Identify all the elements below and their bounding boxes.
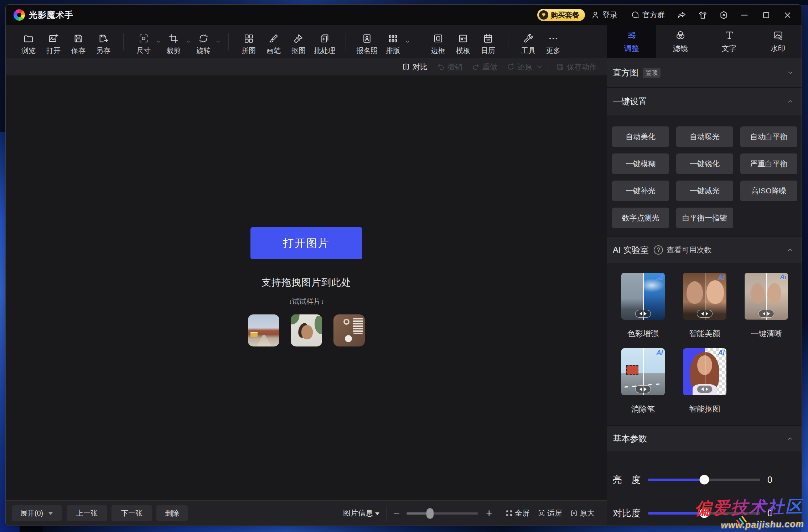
ai-lab-header[interactable]: AI 实验室 ? 查看可用次数 bbox=[607, 237, 802, 263]
bottom-bar: 展开(0) 上一张 下一张 删除 图片信息 − + 全屏 适屏 原大 bbox=[6, 500, 607, 526]
zoom-out-button[interactable]: − bbox=[393, 501, 400, 526]
app-logo-icon bbox=[14, 9, 25, 21]
quick-button[interactable]: 高ISO降噪 bbox=[740, 181, 797, 201]
toolbar-crop[interactable]: 裁剪 bbox=[161, 28, 186, 56]
quick-button[interactable]: 一键模糊 bbox=[612, 153, 669, 174]
toolbar-batch[interactable]: 批处理 bbox=[311, 28, 338, 56]
previous-image-button[interactable]: 上一张 bbox=[67, 505, 107, 521]
quick-button[interactable]: 一键减光 bbox=[676, 181, 733, 201]
chevron-down-icon[interactable] bbox=[155, 39, 161, 45]
close-button[interactable] bbox=[783, 10, 792, 20]
toolbar-tools[interactable]: 工具 bbox=[516, 28, 541, 56]
tab-adjust[interactable]: 调整 bbox=[607, 25, 656, 58]
app-window: 光影魔术手 购买套餐 登录 官方群 浏览 bbox=[5, 4, 802, 526]
restore-button[interactable]: 还原 bbox=[507, 62, 544, 72]
image-info-button[interactable]: 图片信息 bbox=[343, 501, 379, 526]
quick-button[interactable]: 数字点测光 bbox=[612, 208, 669, 228]
chevron-down-icon[interactable] bbox=[405, 39, 410, 45]
toolbar-template[interactable]: 模板 bbox=[451, 28, 476, 56]
sample-image-desert[interactable] bbox=[248, 314, 279, 346]
toolbar-calendar[interactable]: 日历 bbox=[476, 28, 501, 56]
save-action-button[interactable]: 保存动作 bbox=[556, 62, 597, 72]
ai-color-enhance[interactable]: Ai 色彩增强 bbox=[612, 273, 674, 339]
basic-params-header[interactable]: 基本参数 bbox=[607, 426, 802, 452]
tab-watermark[interactable]: 水印 bbox=[753, 25, 802, 58]
toolbar-border[interactable]: 边框 bbox=[426, 28, 451, 56]
watermark-icon bbox=[773, 30, 783, 41]
original-size-button[interactable]: 原大 bbox=[570, 508, 595, 518]
minimize-button[interactable] bbox=[740, 10, 749, 20]
histogram-section-header[interactable]: 直方图 置顶 bbox=[607, 58, 802, 87]
fullscreen-button[interactable]: 全屏 bbox=[505, 508, 530, 518]
toolbar-layout[interactable]: 排版 bbox=[380, 28, 405, 56]
chevron-up-icon[interactable] bbox=[787, 246, 794, 254]
quick-button[interactable]: 严重白平衡 bbox=[740, 153, 797, 174]
ai-smart-beauty[interactable]: Ai 智能美颜 bbox=[674, 273, 735, 339]
fit-screen-button[interactable]: 适屏 bbox=[538, 508, 562, 518]
quick-button[interactable]: 自动白平衡 bbox=[740, 126, 797, 147]
ai-smart-cutout[interactable]: Ai 智能抠图 bbox=[674, 348, 735, 414]
toolbar-save[interactable]: 保存 bbox=[66, 28, 91, 56]
official-group-button[interactable]: 官方群 bbox=[631, 10, 665, 20]
settings-icon[interactable] bbox=[719, 10, 729, 20]
dropdown-triangle-icon bbox=[375, 512, 379, 515]
next-image-button[interactable]: 下一张 bbox=[112, 505, 152, 521]
edit-toolbar-divider bbox=[549, 62, 549, 72]
fullscreen-icon bbox=[505, 509, 513, 517]
chevron-up-icon[interactable] bbox=[787, 435, 794, 442]
compare-button[interactable]: 对比 bbox=[402, 62, 428, 72]
redo-button[interactable]: 重做 bbox=[472, 62, 497, 72]
zoom-in-button[interactable]: + bbox=[486, 501, 492, 526]
quick-button[interactable]: 白平衡一指键 bbox=[676, 208, 733, 228]
expand-list-button[interactable]: 展开(0) bbox=[12, 505, 62, 521]
share-icon[interactable] bbox=[677, 10, 687, 20]
toolbar-size[interactable]: 尺寸 bbox=[131, 28, 156, 56]
resize-icon bbox=[138, 33, 149, 44]
chevron-down-icon[interactable] bbox=[185, 39, 191, 45]
image-plus-icon bbox=[48, 33, 59, 44]
toolbar-browse[interactable]: 浏览 bbox=[16, 28, 41, 56]
brightness-slider[interactable] bbox=[648, 479, 760, 481]
chevron-up-icon[interactable] bbox=[787, 98, 794, 105]
login-button[interactable]: 登录 bbox=[591, 10, 617, 20]
brightness-slider-thumb[interactable] bbox=[699, 475, 709, 485]
chevron-down-icon[interactable] bbox=[215, 39, 221, 45]
tab-text[interactable]: 文字 bbox=[705, 25, 753, 58]
zoom-slider-thumb[interactable] bbox=[426, 508, 434, 519]
buy-package-button[interactable]: 购买套餐 bbox=[537, 9, 585, 21]
quick-settings-header[interactable]: 一键设置 bbox=[607, 88, 802, 115]
layout-grid-icon bbox=[388, 33, 398, 44]
sample-image-portrait[interactable] bbox=[291, 314, 322, 346]
ai-eraser[interactable]: Ai 消除笔 bbox=[612, 348, 674, 414]
help-icon[interactable]: ? bbox=[654, 245, 663, 255]
toolbar-brush[interactable]: 画笔 bbox=[261, 28, 286, 56]
toolbar-save-as[interactable]: 另存 bbox=[91, 28, 116, 56]
toolbar-more[interactable]: 更多 bbox=[541, 28, 566, 56]
rotate-icon bbox=[198, 33, 209, 44]
quick-button[interactable]: 自动美化 bbox=[612, 126, 669, 147]
quick-button[interactable]: 一键锐化 bbox=[676, 153, 733, 174]
maximize-button[interactable] bbox=[761, 10, 771, 20]
chevron-down-icon[interactable] bbox=[787, 69, 794, 76]
zoom-slider[interactable] bbox=[406, 512, 478, 515]
toolbar-separator bbox=[123, 33, 124, 50]
filter-icon bbox=[675, 30, 686, 41]
quick-button[interactable]: 自动曝光 bbox=[676, 126, 733, 147]
quick-button[interactable]: 一键补光 bbox=[612, 181, 669, 201]
toolbar-cutout[interactable]: 抠图 bbox=[286, 28, 311, 56]
undo-button[interactable]: 撤销 bbox=[437, 62, 462, 72]
grid-icon bbox=[243, 33, 254, 44]
ai-usage-link[interactable]: 查看可用次数 bbox=[667, 245, 711, 255]
toolbar-id-photo[interactable]: 报名照 bbox=[353, 28, 380, 56]
toolbar-open[interactable]: 打开 bbox=[41, 28, 66, 56]
app-title: 光影魔术手 bbox=[29, 9, 73, 21]
delete-image-button[interactable]: 删除 bbox=[156, 505, 188, 521]
ai-clarity[interactable]: Ai 一键清晰 bbox=[736, 273, 797, 339]
toolbar-rotate[interactable]: 旋转 bbox=[191, 28, 216, 56]
tab-filter[interactable]: 滤镜 bbox=[656, 25, 705, 58]
sample-image-desk[interactable] bbox=[333, 314, 365, 346]
toolbar-collage[interactable]: 拼图 bbox=[236, 28, 261, 56]
open-image-button[interactable]: 打开图片 bbox=[250, 227, 362, 259]
skin-store-icon[interactable] bbox=[698, 10, 708, 20]
sample-hint-text: ↓试试样片↓ bbox=[289, 297, 324, 306]
